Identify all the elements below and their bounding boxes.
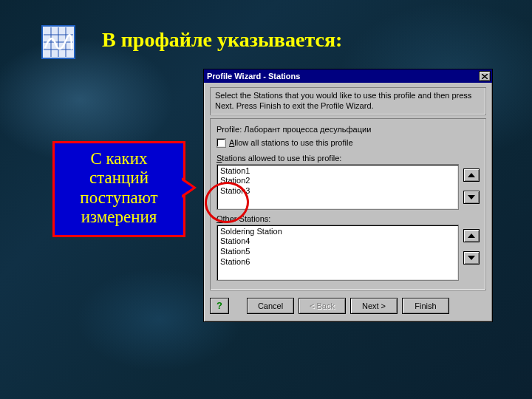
move-buttons-group-2 [463,225,480,265]
list-item[interactable]: Station6 [220,257,455,267]
list-item[interactable]: Station5 [220,247,455,257]
callout-pointer-icon [182,177,197,198]
callout-box: С каких станций поступают измерения [52,141,185,237]
callout-line: поступают [80,188,157,207]
allow-all-row: Allow all stations to use this profile [216,138,480,148]
allowed-stations-label: Stations allowed to use this profile: [216,154,480,163]
list-item[interactable]: Station3 [220,186,455,197]
list-item[interactable]: Station2 [220,176,455,186]
move-down-button[interactable] [463,251,480,265]
callout-line: С каких [90,149,147,168]
callout-line: станций [89,168,149,187]
profile-wizard-window: Profile Wizard - Stations Select the Sta… [203,69,493,322]
finish-button[interactable]: Finish [402,298,449,314]
allow-all-checkbox[interactable] [216,138,226,148]
allowed-stations-listbox[interactable]: Station1 Station2 Station3 [216,164,459,210]
list-item[interactable]: Station1 [220,166,455,177]
svg-marker-7 [468,173,475,177]
back-button[interactable]: < Back [299,298,346,314]
wizard-button-row: ? Cancel < Back Next > Finish [204,295,492,321]
titlebar[interactable]: Profile Wizard - Stations [204,69,492,83]
help-button[interactable]: ? [210,298,229,314]
close-button[interactable] [479,71,491,81]
allowed-stations-row: Station1 Station2 Station3 [216,164,480,210]
other-stations-label: Other Stations: [216,214,480,223]
app-logo-icon [41,25,75,59]
profile-label: Profile: Лаборант процесса десульфации [216,125,480,134]
slide-title: В профайле указывается: [102,28,342,52]
move-down-button[interactable] [463,191,480,204]
move-buttons-group [463,164,480,204]
move-up-button[interactable] [463,168,480,182]
list-item[interactable]: Station4 [220,236,455,247]
instructions-text: Select the Stations that you would like … [210,87,486,115]
move-up-button[interactable] [463,229,480,242]
svg-marker-9 [468,233,475,238]
next-button[interactable]: Next > [350,298,398,314]
callout-line: измерения [81,208,157,226]
svg-marker-10 [468,256,475,260]
other-stations-row: Soldering Station Station4 Station5 Stat… [216,225,480,281]
cancel-button[interactable]: Cancel [247,298,294,314]
list-item[interactable]: Soldering Station [220,227,455,237]
svg-marker-8 [468,195,475,200]
other-stations-listbox[interactable]: Soldering Station Station4 Station5 Stat… [216,225,459,281]
allow-all-label[interactable]: Allow all stations to use this profile [229,138,353,147]
window-title: Profile Wizard - Stations [207,72,479,81]
main-panel: Profile: Лаборант процесса десульфации A… [210,118,486,290]
